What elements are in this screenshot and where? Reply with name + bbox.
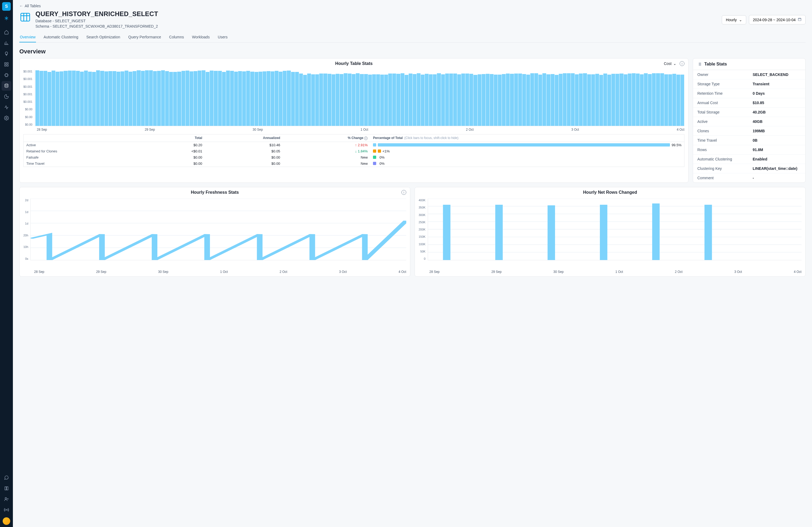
- bar[interactable]: [457, 74, 461, 126]
- bar[interactable]: [502, 74, 506, 126]
- nav-database-icon[interactable]: [2, 81, 11, 91]
- bar[interactable]: [587, 74, 591, 126]
- bar[interactable]: [47, 72, 51, 126]
- bar[interactable]: [299, 74, 303, 126]
- bar[interactable]: [482, 74, 485, 126]
- bar[interactable]: [672, 74, 676, 126]
- bar[interactable]: [52, 71, 55, 126]
- bar[interactable]: [271, 71, 274, 126]
- avatar[interactable]: [3, 517, 10, 525]
- bar[interactable]: [530, 73, 534, 126]
- info-icon[interactable]: i: [402, 190, 406, 195]
- bar[interactable]: [660, 73, 664, 126]
- bar[interactable]: [206, 72, 209, 126]
- bar[interactable]: [680, 75, 684, 126]
- metric-select[interactable]: Cost ⌄: [664, 61, 677, 66]
- bar[interactable]: [490, 74, 494, 126]
- nav-lightbulb-icon[interactable]: [2, 49, 11, 59]
- bar[interactable]: [64, 71, 68, 126]
- bar[interactable]: [563, 73, 567, 126]
- bar[interactable]: [628, 74, 632, 126]
- bar[interactable]: [238, 71, 242, 126]
- tab-workloads[interactable]: Workloads: [191, 32, 210, 42]
- nav-activity-icon[interactable]: [2, 103, 11, 112]
- bar[interactable]: [230, 71, 234, 126]
- bar[interactable]: [323, 74, 327, 126]
- bar[interactable]: [538, 75, 542, 126]
- bar[interactable]: [255, 72, 258, 126]
- bar[interactable]: [555, 75, 559, 126]
- bar[interactable]: [498, 75, 502, 126]
- bar[interactable]: [193, 71, 197, 126]
- bar[interactable]: [336, 74, 339, 126]
- legend-row[interactable]: Retained for Clones<$0.01$0.05↓ 1.84%<1%: [24, 148, 684, 154]
- bar[interactable]: [615, 74, 619, 126]
- bar[interactable]: [157, 71, 161, 126]
- bar[interactable]: [88, 72, 92, 126]
- bar[interactable]: [250, 72, 254, 126]
- back-link[interactable]: ← All Tables: [19, 4, 41, 8]
- logo-icon[interactable]: S: [2, 2, 11, 11]
- bar[interactable]: [425, 74, 429, 126]
- info-icon[interactable]: i: [680, 61, 684, 66]
- bar[interactable]: [636, 74, 640, 126]
- bar[interactable]: [311, 74, 315, 126]
- nav-home-icon[interactable]: [2, 27, 11, 37]
- bar[interactable]: [449, 74, 453, 126]
- bar[interactable]: [234, 72, 238, 126]
- bar[interactable]: [356, 73, 360, 126]
- bar[interactable]: [510, 74, 514, 126]
- bar[interactable]: [620, 74, 623, 126]
- bar[interactable]: [486, 74, 490, 126]
- bar[interactable]: [348, 74, 351, 126]
- bar[interactable]: [644, 73, 648, 126]
- bar[interactable]: [332, 74, 335, 126]
- bar[interactable]: [210, 71, 214, 126]
- bar[interactable]: [60, 71, 63, 126]
- bar[interactable]: [433, 74, 437, 126]
- bar[interactable]: [478, 74, 481, 126]
- bar[interactable]: [575, 74, 579, 126]
- bar[interactable]: [100, 71, 104, 126]
- bar[interactable]: [287, 71, 291, 126]
- bar[interactable]: [182, 71, 185, 126]
- bar[interactable]: [376, 74, 380, 126]
- snowflake-icon[interactable]: [2, 14, 11, 22]
- bar[interactable]: [445, 74, 449, 126]
- bar[interactable]: [165, 71, 169, 126]
- bar[interactable]: [392, 74, 396, 126]
- bar[interactable]: [141, 71, 145, 126]
- bar[interactable]: [396, 74, 400, 126]
- bar[interactable]: [340, 74, 344, 126]
- bar[interactable]: [372, 74, 376, 126]
- bar[interactable]: [56, 72, 59, 126]
- bar[interactable]: [35, 70, 39, 126]
- bar[interactable]: [579, 74, 583, 126]
- bar[interactable]: [173, 72, 177, 126]
- bar[interactable]: [429, 74, 433, 126]
- bar[interactable]: [401, 73, 404, 126]
- bar[interactable]: [263, 71, 266, 126]
- bar[interactable]: [40, 71, 43, 126]
- bar[interactable]: [664, 74, 668, 126]
- legend-row[interactable]: Active$0.20$10.46↑ 2.91%99.5%: [24, 142, 684, 148]
- bar[interactable]: [380, 75, 384, 126]
- nav-chip-icon[interactable]: [2, 70, 11, 80]
- spike-chart[interactable]: 400K350K300K250K200K150K100K50K0: [419, 199, 801, 268]
- bar[interactable]: [125, 71, 128, 126]
- bar[interactable]: [547, 74, 550, 126]
- bar[interactable]: [542, 73, 546, 126]
- bar[interactable]: [441, 74, 445, 126]
- bar[interactable]: [677, 75, 680, 126]
- bar[interactable]: [413, 74, 417, 126]
- bar[interactable]: [368, 75, 372, 126]
- bar[interactable]: [417, 73, 420, 126]
- bar[interactable]: [607, 75, 611, 126]
- bar[interactable]: [328, 74, 331, 126]
- bar[interactable]: [437, 73, 441, 126]
- bar[interactable]: [384, 75, 388, 126]
- tab-search-optimization[interactable]: Search Optimization: [86, 32, 121, 42]
- bar[interactable]: [319, 74, 323, 126]
- nav-settings-icon[interactable]: [2, 113, 11, 123]
- bar[interactable]: [603, 74, 607, 126]
